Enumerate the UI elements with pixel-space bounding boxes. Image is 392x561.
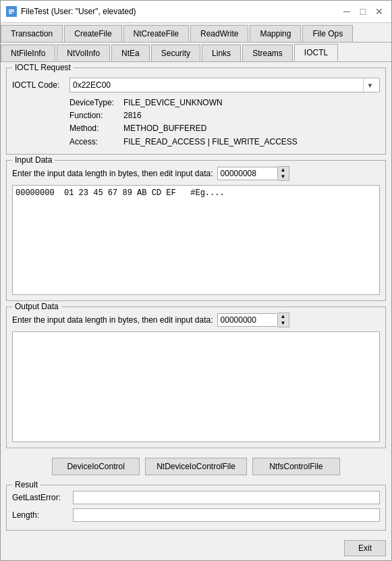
tab-fileops[interactable]: File Ops (302, 25, 353, 42)
ioctl-code-combo[interactable]: 0x22EC00 ▼ (69, 78, 380, 92)
input-data-group: Input Data Enter the input data length i… (6, 160, 386, 302)
get-last-error-field[interactable] (73, 491, 380, 504)
tab-createfile[interactable]: CreateFile (64, 25, 121, 42)
input-length-row: Enter the input data length in bytes, th… (12, 166, 380, 181)
method-row: Method: METHOD_BUFFERED (69, 122, 380, 135)
maximize-button[interactable]: □ (356, 5, 370, 18)
device-type-label: DeviceType: (69, 97, 123, 109)
tab-ntfileinfo[interactable]: NtFileInfo (1, 45, 55, 61)
input-data-title: Input Data (12, 155, 55, 165)
device-type-row: DeviceType: FILE_DEVICE_UNKNOWN (69, 97, 380, 109)
device-type-value: FILE_DEVICE_UNKNOWN (123, 97, 223, 109)
output-spinner-buttons: ▲ ▼ (278, 313, 289, 327)
input-spinner-down[interactable]: ▼ (278, 173, 289, 180)
ioctl-code-value: 0x22EC00 (73, 80, 363, 90)
function-label: Function: (69, 109, 123, 122)
ntfs-control-button[interactable]: NtfsControlFile (252, 458, 340, 475)
input-hex-area[interactable]: 00000000 01 23 45 67 89 AB CD EF #Eg.... (12, 185, 380, 296)
main-content: IOCTL Request IOCTL Code: 0x22EC00 ▼ Dev… (1, 62, 391, 536)
tab-bar-row1: Transaction CreateFile NtCreateFile Read… (1, 23, 391, 43)
tab-readwrite[interactable]: ReadWrite (190, 25, 248, 42)
device-io-control-button[interactable]: DeviceIoControl (52, 458, 140, 475)
input-spinner-up[interactable]: ▲ (278, 167, 289, 173)
footer: Exit (1, 536, 391, 560)
get-last-error-label: GetLastError: (12, 493, 73, 502)
tab-ntcreatefile[interactable]: NtCreateFile (123, 25, 189, 42)
window-controls: ─ □ ✕ (340, 5, 386, 18)
function-value: 2816 (123, 109, 142, 122)
output-length-field[interactable] (217, 313, 278, 327)
ioctl-request-group: IOCTL Request IOCTL Code: 0x22EC00 ▼ Dev… (6, 68, 386, 155)
svg-rect-2 (9, 11, 14, 13)
tab-ntea[interactable]: NtEa (111, 45, 150, 61)
tab-security[interactable]: Security (151, 45, 200, 61)
result-group: Result GetLastError: Length: (6, 485, 386, 531)
tab-mapping[interactable]: Mapping (250, 25, 301, 42)
ioctl-request-title: IOCTL Request (12, 63, 74, 72)
tab-ntvolinfo[interactable]: NtVolInfo (57, 45, 110, 61)
access-value: FILE_READ_ACCESS | FILE_WRITE_ACCESS (123, 136, 298, 149)
input-length-label: Enter the input data length in bytes, th… (12, 169, 213, 178)
nt-device-io-control-button[interactable]: NtDeviceIoControlFile (145, 458, 247, 475)
app-icon (6, 6, 17, 17)
output-spinner-up[interactable]: ▲ (278, 313, 289, 320)
tab-transaction[interactable]: Transaction (1, 25, 63, 42)
function-row: Function: 2816 (69, 109, 380, 122)
access-row: Access: FILE_READ_ACCESS | FILE_WRITE_AC… (69, 136, 380, 149)
output-length-label: Enter the input data length in bytes, th… (12, 315, 213, 325)
exit-button[interactable]: Exit (344, 540, 386, 556)
method-value: METHOD_BUFFERED (123, 122, 206, 135)
svg-rect-3 (9, 13, 12, 14)
window-title: FileTest (User: "User", elevated) (21, 7, 340, 16)
tab-bar-row2: NtFileInfo NtVolInfo NtEa Security Links… (1, 43, 391, 62)
result-title: Result (12, 480, 40, 489)
ioctl-code-row: IOCTL Code: 0x22EC00 ▼ (12, 78, 380, 92)
input-length-field[interactable] (217, 167, 278, 180)
input-length-spinner: ▲ ▼ (217, 166, 289, 181)
output-length-spinner: ▲ ▼ (217, 313, 289, 327)
ioctl-code-label: IOCTL Code: (12, 80, 69, 90)
output-data-group: Output Data Enter the input data length … (6, 306, 386, 448)
get-last-error-row: GetLastError: (12, 491, 380, 504)
svg-rect-1 (9, 9, 14, 11)
output-length-row: Enter the input data length in bytes, th… (12, 313, 380, 327)
main-window: FileTest (User: "User", elevated) ─ □ ✕ … (0, 0, 392, 561)
close-button[interactable]: ✕ (372, 5, 386, 18)
output-hex-area[interactable] (12, 331, 380, 442)
tab-ioctl[interactable]: IOCTL (294, 44, 338, 61)
device-info: DeviceType: FILE_DEVICE_UNKNOWN Function… (69, 97, 380, 149)
length-result-row: Length: (12, 508, 380, 522)
access-label: Access: (69, 136, 123, 149)
input-spinner-buttons: ▲ ▼ (278, 166, 289, 181)
output-spinner-down[interactable]: ▼ (278, 320, 289, 327)
tab-streams[interactable]: Streams (242, 45, 293, 61)
minimize-button[interactable]: ─ (340, 5, 354, 18)
tab-links[interactable]: Links (202, 45, 241, 61)
title-bar: FileTest (User: "User", elevated) ─ □ ✕ (1, 1, 391, 23)
output-data-title: Output Data (12, 302, 61, 311)
length-result-label: Length: (12, 510, 73, 520)
length-result-field[interactable] (73, 508, 380, 522)
method-label: Method: (69, 122, 123, 135)
action-button-row: DeviceIoControl NtDeviceIoControlFile Nt… (6, 454, 386, 479)
combo-arrow-icon: ▼ (363, 78, 376, 92)
